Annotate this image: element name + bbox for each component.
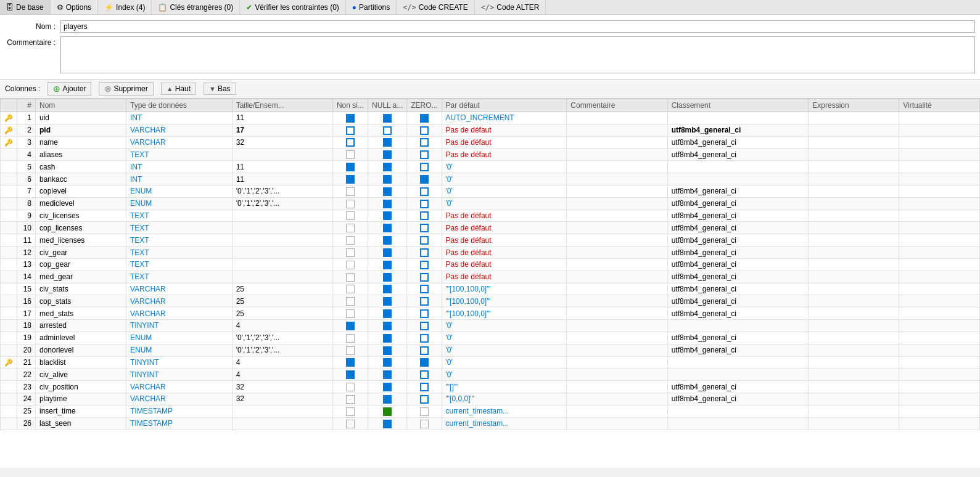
up-button[interactable]: ▲ Haut <box>161 83 196 95</box>
row-nonsi-checkbox[interactable] <box>332 173 368 186</box>
row-default[interactable]: Pas de défaut <box>442 222 567 234</box>
row-size[interactable] <box>232 234 332 247</box>
row-virtual[interactable] <box>899 136 980 149</box>
row-size[interactable] <box>232 417 332 430</box>
row-default[interactable]: Pas de défaut <box>442 210 567 222</box>
row-name[interactable]: mediclevel <box>36 197 126 210</box>
table-row[interactable]: 🔑1uidINT11AUTO_INCREMENT <box>1 112 980 124</box>
row-default[interactable]: Pas de défaut <box>442 149 567 161</box>
row-type[interactable]: ENUM <box>126 197 233 210</box>
row-nonsi-checkbox[interactable] <box>332 222 368 234</box>
table-row[interactable]: 20donorlevelENUM'0','1','2','3','...'0'u… <box>1 344 980 356</box>
row-type[interactable]: TIMESTAMP <box>126 417 233 430</box>
row-nonsi-checkbox[interactable] <box>332 234 368 247</box>
row-zero-checkbox[interactable] <box>407 332 442 344</box>
row-virtual[interactable] <box>899 308 980 320</box>
row-default[interactable]: '"[100,100,0]"' <box>442 308 567 320</box>
row-comment[interactable] <box>567 197 667 210</box>
row-nulla-checkbox[interactable] <box>368 393 406 406</box>
row-comment[interactable] <box>567 234 667 247</box>
tab-index[interactable]: ⚡ Index (4) <box>98 0 152 14</box>
row-virtual[interactable] <box>899 393 980 406</box>
row-default[interactable]: '0' <box>442 185 567 197</box>
row-expression[interactable] <box>809 149 899 161</box>
row-zero-checkbox[interactable] <box>407 210 442 222</box>
row-expression[interactable] <box>809 405 899 417</box>
row-size[interactable] <box>232 405 332 417</box>
row-virtual[interactable] <box>899 173 980 186</box>
row-nonsi-checkbox[interactable] <box>332 320 368 332</box>
row-size[interactable]: '0','1','2','3','... <box>232 332 332 344</box>
row-default[interactable]: Pas de défaut <box>442 234 567 247</box>
row-size[interactable]: 32 <box>232 393 332 406</box>
row-type[interactable]: TINYINT <box>126 320 233 332</box>
row-size[interactable] <box>232 258 332 271</box>
row-comment[interactable] <box>567 247 667 259</box>
row-type[interactable]: TEXT <box>126 247 233 259</box>
row-size[interactable]: 32 <box>232 381 332 393</box>
row-nonsi-checkbox[interactable] <box>332 112 368 124</box>
tab-partitions[interactable]: ● Partitions <box>346 0 397 14</box>
row-nulla-checkbox[interactable] <box>368 197 406 210</box>
row-size[interactable]: 25 <box>232 295 332 308</box>
row-virtual[interactable] <box>899 247 980 259</box>
row-size[interactable]: '0','1','2','3','... <box>232 197 332 210</box>
row-comment[interactable] <box>567 124 667 136</box>
row-type[interactable]: TEXT <box>126 258 233 271</box>
down-button[interactable]: ▼ Bas <box>204 83 236 95</box>
row-virtual[interactable] <box>899 161 980 173</box>
row-comment[interactable] <box>567 222 667 234</box>
table-row[interactable]: 24playtimeVARCHAR32'"[0,0,0]"'utf8mb4_ge… <box>1 393 980 406</box>
row-type[interactable]: VARCHAR <box>126 381 233 393</box>
table-row[interactable]: 25insert_timeTIMESTAMPcurrent_timestam..… <box>1 405 980 417</box>
row-default[interactable]: AUTO_INCREMENT <box>442 112 567 124</box>
row-zero-checkbox[interactable] <box>407 417 442 430</box>
row-comment[interactable] <box>567 417 667 430</box>
row-zero-checkbox[interactable] <box>407 136 442 149</box>
row-name[interactable]: cop_gear <box>36 258 126 271</box>
row-type[interactable]: TINYINT <box>126 369 233 381</box>
row-virtual[interactable] <box>899 417 980 430</box>
row-name[interactable]: med_licenses <box>36 234 126 247</box>
row-default[interactable]: '0' <box>442 320 567 332</box>
row-virtual[interactable] <box>899 112 980 124</box>
table-row[interactable]: 🔑3nameVARCHAR32Pas de défaututf8mb4_gene… <box>1 136 980 149</box>
row-virtual[interactable] <box>899 381 980 393</box>
row-comment[interactable] <box>567 185 667 197</box>
row-name[interactable]: blacklist <box>36 356 126 369</box>
row-type[interactable]: TIMESTAMP <box>126 405 233 417</box>
row-zero-checkbox[interactable] <box>407 161 442 173</box>
row-nonsi-checkbox[interactable] <box>332 393 368 406</box>
row-default[interactable]: '0' <box>442 344 567 356</box>
row-nulla-checkbox[interactable] <box>368 320 406 332</box>
row-size[interactable] <box>232 149 332 161</box>
row-default[interactable]: Pas de défaut <box>442 136 567 149</box>
row-name[interactable]: donorlevel <box>36 344 126 356</box>
table-row[interactable]: 22civ_aliveTINYINT4'0' <box>1 369 980 381</box>
row-expression[interactable] <box>809 344 899 356</box>
row-comment[interactable] <box>567 295 667 308</box>
row-default[interactable]: '"[]"' <box>442 381 567 393</box>
row-type[interactable]: INT <box>126 173 233 186</box>
row-size[interactable]: 11 <box>232 173 332 186</box>
row-expression[interactable] <box>809 283 899 295</box>
table-row[interactable]: 23civ_positionVARCHAR32'"[]"'utf8mb4_gen… <box>1 381 980 393</box>
row-type[interactable]: TEXT <box>126 210 233 222</box>
commentaire-input[interactable] <box>60 36 975 73</box>
row-default[interactable]: '"[0,0,0]"' <box>442 393 567 406</box>
row-expression[interactable] <box>809 369 899 381</box>
row-expression[interactable] <box>809 308 899 320</box>
row-comment[interactable] <box>567 283 667 295</box>
row-name[interactable]: med_stats <box>36 308 126 320</box>
row-size[interactable]: 4 <box>232 320 332 332</box>
table-row[interactable]: 🔑2pidVARCHAR17Pas de défaututf8mb4_gener… <box>1 124 980 136</box>
row-zero-checkbox[interactable] <box>407 381 442 393</box>
row-virtual[interactable] <box>899 234 980 247</box>
row-comment[interactable] <box>567 381 667 393</box>
row-name[interactable]: pid <box>36 124 126 136</box>
row-nonsi-checkbox[interactable] <box>332 356 368 369</box>
row-name[interactable]: last_seen <box>36 417 126 430</box>
row-virtual[interactable] <box>899 271 980 283</box>
row-expression[interactable] <box>809 393 899 406</box>
row-name[interactable]: cash <box>36 161 126 173</box>
